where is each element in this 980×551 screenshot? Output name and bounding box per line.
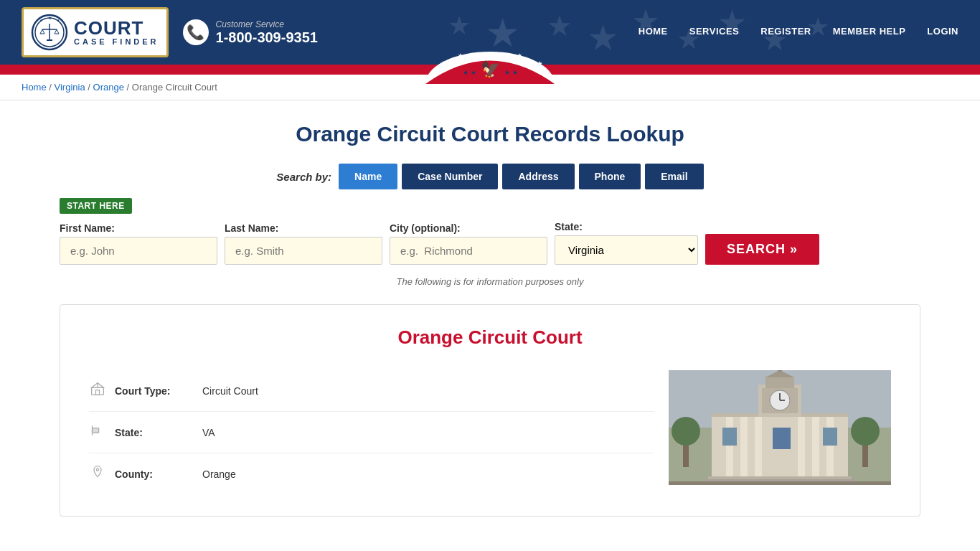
nav-login[interactable]: LOGIN xyxy=(927,26,958,39)
svg-point-33 xyxy=(96,468,98,471)
county-value: Orange xyxy=(202,468,236,480)
search-by-row: Search by: Name Case Number Address Phon… xyxy=(60,164,920,189)
court-info-table: Court Type: Circuit Court State: VA xyxy=(89,370,654,494)
search-form-container: START HERE First Name: Last Name: City (… xyxy=(60,198,920,265)
svg-rect-50 xyxy=(765,377,794,388)
svg-text:★: ★ xyxy=(517,52,522,59)
svg-text:★: ★ xyxy=(587,18,619,58)
hero-strip: ★ ★ ★ ★ 🦅 ★ ★ ★ ★ xyxy=(0,65,980,75)
breadcrumb-home[interactable]: Home xyxy=(22,82,47,93)
last-name-group: Last Name: xyxy=(225,222,382,265)
info-note: The following is for information purpose… xyxy=(60,276,920,287)
logo-emblem-icon: ★ ★ ★ xyxy=(31,14,68,51)
state-value: VA xyxy=(202,427,215,438)
nav-home[interactable]: HOME xyxy=(639,26,668,39)
svg-rect-56 xyxy=(773,428,791,449)
search-by-label: Search by: xyxy=(276,171,331,183)
city-input[interactable] xyxy=(390,237,547,265)
svg-rect-64 xyxy=(669,481,891,485)
svg-rect-41 xyxy=(755,417,762,478)
customer-service: 📞 Customer Service 1-800-309-9351 xyxy=(183,19,318,46)
start-here-badge: START HERE xyxy=(60,198,132,214)
svg-rect-16 xyxy=(47,39,52,41)
tab-phone[interactable]: Phone xyxy=(579,164,641,189)
svg-point-63 xyxy=(851,417,880,446)
svg-text:🦅: 🦅 xyxy=(481,60,501,79)
state-label-row: State: xyxy=(115,427,194,438)
first-name-input[interactable] xyxy=(60,237,217,265)
svg-text:★: ★ xyxy=(537,60,543,67)
svg-rect-54 xyxy=(722,428,737,446)
court-card: Orange Circuit Court Court Type: Circuit… xyxy=(60,304,920,517)
cs-phone: 1-800-309-9351 xyxy=(216,29,318,46)
nav-services[interactable]: SERVICES xyxy=(689,26,740,39)
svg-text:★: ★ xyxy=(48,16,52,20)
phone-icon: 📞 xyxy=(183,19,209,45)
logo-court-text: COURT xyxy=(74,19,143,37)
svg-point-61 xyxy=(672,417,700,446)
tab-email[interactable]: Email xyxy=(645,164,703,189)
logo-case-finder-text: CASE FINDER xyxy=(74,37,159,46)
last-name-input[interactable] xyxy=(225,237,382,265)
city-group: City (optional): xyxy=(390,222,547,265)
search-form: First Name: Last Name: City (optional): … xyxy=(60,221,920,265)
court-county-row: County: Orange xyxy=(89,453,654,494)
main-content: Orange Circuit Court Records Lookup Sear… xyxy=(31,100,949,538)
svg-text:★: ★ xyxy=(440,60,446,67)
logo-text: COURT CASE FINDER xyxy=(74,19,159,46)
court-type-label: Court Type: xyxy=(115,385,194,397)
county-label: County: xyxy=(115,468,194,480)
first-name-label: First Name: xyxy=(60,222,217,234)
header-left: ★ ★ ★ COURT CASE FINDER 📞 Customer Servi… xyxy=(22,7,318,57)
svg-rect-40 xyxy=(740,417,748,478)
state-group: State: Virginia AlabamaAlaskaArizona Ark… xyxy=(555,221,698,265)
search-button[interactable]: SEARCH » xyxy=(705,234,819,265)
first-name-group: First Name: xyxy=(60,222,217,265)
page-title: Orange Circuit Court Records Lookup xyxy=(60,122,920,146)
svg-rect-29 xyxy=(96,390,100,395)
city-label: City (optional): xyxy=(390,222,547,234)
courthouse-image xyxy=(669,370,891,485)
court-type-row: Court Type: Circuit Court xyxy=(89,370,654,412)
nav-member-help[interactable]: MEMBER HELP xyxy=(833,26,906,39)
main-nav: HOME SERVICES REGISTER MEMBER HELP LOGIN xyxy=(639,26,958,39)
svg-rect-28 xyxy=(92,387,104,395)
svg-text:★: ★ xyxy=(463,69,468,76)
svg-text:★: ★ xyxy=(471,69,476,76)
site-logo[interactable]: ★ ★ ★ COURT CASE FINDER xyxy=(22,7,169,57)
eagle-banner: ★ ★ ★ ★ 🦅 ★ ★ ★ ★ xyxy=(425,44,555,84)
state-flag-icon xyxy=(89,423,106,441)
svg-rect-42 xyxy=(798,417,805,478)
svg-rect-43 xyxy=(812,417,819,478)
svg-rect-44 xyxy=(826,417,834,478)
nav-register[interactable]: REGISTER xyxy=(760,26,811,39)
svg-text:★: ★ xyxy=(448,11,471,40)
tab-address[interactable]: Address xyxy=(502,164,574,189)
last-name-label: Last Name: xyxy=(225,222,382,234)
breadcrumb-virginia[interactable]: Virginia xyxy=(55,82,85,93)
court-card-title: Orange Circuit Court xyxy=(89,326,891,349)
svg-rect-39 xyxy=(726,417,733,478)
court-state-row: State: VA xyxy=(89,412,654,453)
court-type-value: Circuit Court xyxy=(202,385,258,397)
svg-text:★: ★ xyxy=(512,69,518,76)
cs-text: Customer Service 1-800-309-9351 xyxy=(216,19,318,46)
breadcrumb-orange[interactable]: Orange xyxy=(93,82,124,93)
svg-text:★: ★ xyxy=(504,69,510,76)
building-icon xyxy=(89,382,106,400)
map-pin-icon xyxy=(89,465,106,483)
svg-text:★: ★ xyxy=(458,52,463,59)
state-label: State: xyxy=(555,221,698,232)
tab-case-number[interactable]: Case Number xyxy=(402,164,498,189)
cs-label: Customer Service xyxy=(216,19,318,29)
svg-rect-55 xyxy=(823,428,837,446)
breadcrumb-current: Orange Circuit Court xyxy=(132,82,217,93)
tab-name[interactable]: Name xyxy=(339,164,397,189)
state-select[interactable]: Virginia AlabamaAlaskaArizona ArkansasCa… xyxy=(555,235,698,265)
svg-rect-31 xyxy=(93,428,99,433)
svg-text:★: ★ xyxy=(547,10,573,42)
court-card-body: Court Type: Circuit Court State: VA xyxy=(89,370,891,494)
